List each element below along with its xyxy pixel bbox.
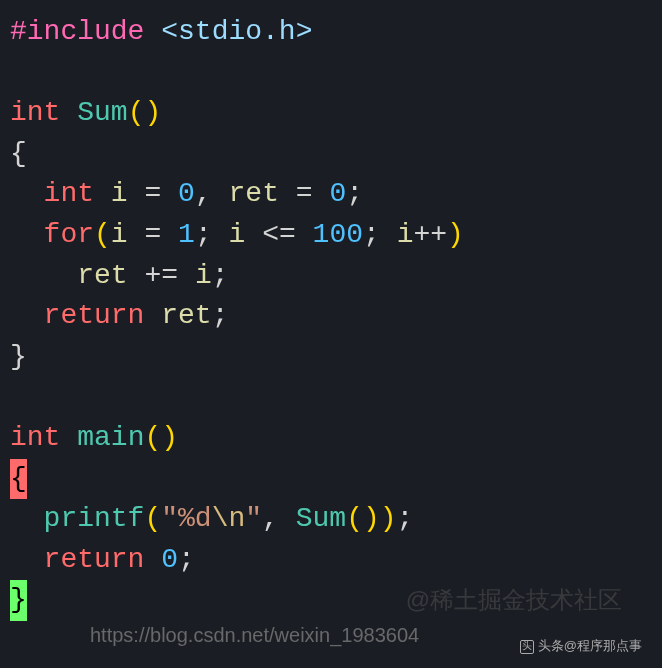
operator: = — [144, 219, 161, 250]
watermark-text: @稀土掘金技术社区 — [406, 583, 622, 618]
paren-open: ( — [94, 219, 111, 250]
return-keyword: return — [44, 300, 145, 331]
string-quote: " — [245, 503, 262, 534]
variable: i — [111, 178, 128, 209]
variable: i — [195, 260, 212, 291]
paren-open: ( — [144, 422, 161, 453]
comma: , — [262, 503, 279, 534]
semicolon: ; — [178, 544, 195, 575]
operator: = — [296, 178, 313, 209]
operator: <= — [262, 219, 296, 250]
footer-attribution: 头 头条@程序那点事 — [520, 637, 642, 656]
paren-open: ( — [128, 97, 145, 128]
paren-close: ) — [363, 503, 380, 534]
preprocessor-directive: #include — [10, 16, 144, 47]
for-keyword: for — [44, 219, 94, 250]
footer-icon: 头 — [520, 640, 534, 654]
function-name: Sum — [77, 97, 127, 128]
include-path: <stdio.h> — [161, 16, 312, 47]
variable: i — [397, 219, 414, 250]
brace-close-highlighted: } — [10, 580, 27, 621]
semicolon: ; — [195, 219, 212, 250]
semicolon: ; — [397, 503, 414, 534]
variable: ret — [161, 300, 211, 331]
number-literal: 0 — [161, 544, 178, 575]
format-specifier: %d — [178, 503, 212, 534]
brace-open-highlighted: { — [10, 459, 27, 500]
semicolon: ; — [346, 178, 363, 209]
semicolon: ; — [212, 300, 229, 331]
number-literal: 100 — [313, 219, 363, 250]
semicolon: ; — [363, 219, 380, 250]
semicolon: ; — [212, 260, 229, 291]
brace-open: { — [10, 138, 27, 169]
number-literal: 1 — [178, 219, 195, 250]
brace-close: } — [10, 341, 27, 372]
function-call: Sum — [296, 503, 346, 534]
code-block: #include <stdio.h> int Sum() { int i = 0… — [10, 12, 652, 621]
number-literal: 0 — [329, 178, 346, 209]
variable: ret — [229, 178, 279, 209]
paren-close: ) — [380, 503, 397, 534]
number-literal: 0 — [178, 178, 195, 209]
string-quote: " — [161, 503, 178, 534]
variable: ret — [77, 260, 127, 291]
function-name: main — [77, 422, 144, 453]
operator: ++ — [413, 219, 447, 250]
type-keyword: int — [44, 178, 94, 209]
watermark-url: https://blog.csdn.net/weixin_1983604 — [90, 621, 419, 650]
paren-close: ) — [447, 219, 464, 250]
type-keyword: int — [10, 422, 60, 453]
paren-open: ( — [144, 503, 161, 534]
operator: += — [144, 260, 178, 291]
paren-open: ( — [346, 503, 363, 534]
function-call: printf — [44, 503, 145, 534]
operator: = — [144, 178, 161, 209]
comma: , — [195, 178, 212, 209]
type-keyword: int — [10, 97, 60, 128]
paren-close: ) — [144, 97, 161, 128]
paren-close: ) — [161, 422, 178, 453]
variable: i — [111, 219, 128, 250]
return-keyword: return — [44, 544, 145, 575]
escape-sequence: \n — [212, 503, 246, 534]
variable: i — [229, 219, 246, 250]
footer-text: 头条@程序那点事 — [538, 637, 642, 656]
